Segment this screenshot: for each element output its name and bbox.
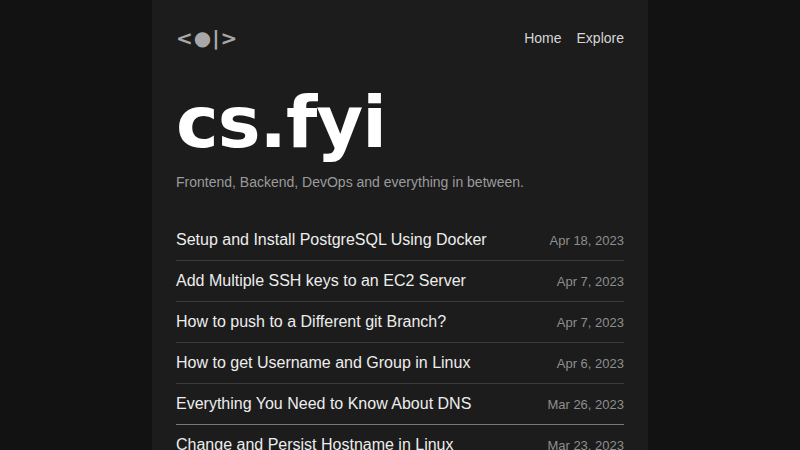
nav-link-explore[interactable]: Explore (577, 30, 624, 46)
post-date: Apr 7, 2023 (557, 315, 624, 330)
page-title: cs.fyi (176, 86, 624, 158)
post-link[interactable]: How to get Username and Group in Linux A… (176, 343, 624, 384)
post-title: Add Multiple SSH keys to an EC2 Server (176, 271, 466, 291)
post-link[interactable]: Everything You Need to Know About DNS Ma… (176, 384, 624, 425)
post-link[interactable]: How to push to a Different git Branch? A… (176, 302, 624, 343)
post-date: Apr 18, 2023 (550, 233, 624, 248)
site-header: <●|> Home Explore (176, 28, 624, 48)
page-container: <●|> Home Explore cs.fyi Frontend, Backe… (152, 0, 648, 450)
post-date: Mar 26, 2023 (547, 397, 624, 412)
post-title: How to push to a Different git Branch? (176, 312, 446, 332)
post-title: Setup and Install PostgreSQL Using Docke… (176, 230, 487, 250)
post-link[interactable]: Add Multiple SSH keys to an EC2 Server A… (176, 261, 624, 302)
post-list: Setup and Install PostgreSQL Using Docke… (176, 220, 624, 450)
nav-link-home[interactable]: Home (524, 30, 561, 46)
post-link[interactable]: Setup and Install PostgreSQL Using Docke… (176, 220, 624, 261)
main-nav: Home Explore (524, 30, 624, 46)
site-logo-icon[interactable]: <●|> (176, 28, 238, 48)
post-title: How to get Username and Group in Linux (176, 353, 470, 373)
page-subtitle: Frontend, Backend, DevOps and everything… (176, 174, 624, 190)
post-date: Apr 7, 2023 (557, 274, 624, 289)
post-link[interactable]: Change and Persist Hostname in Linux Mar… (176, 425, 624, 450)
post-title: Change and Persist Hostname in Linux (176, 435, 454, 450)
post-title: Everything You Need to Know About DNS (176, 394, 471, 414)
post-date: Apr 6, 2023 (557, 356, 624, 371)
post-date: Mar 23, 2023 (547, 438, 624, 450)
